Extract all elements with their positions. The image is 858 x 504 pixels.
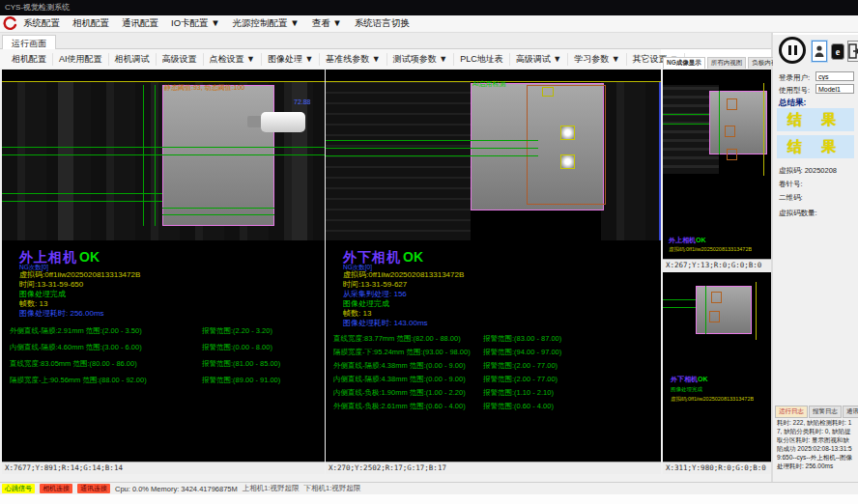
toolbar-item[interactable]: 高级设置 bbox=[157, 53, 204, 66]
probe-object bbox=[261, 112, 305, 132]
toolbar-item[interactable]: 学习参数 ▼ bbox=[568, 53, 626, 66]
measurement-list: 直线宽度:83.77mm 范围:(82.00 - 88.00) 报警范围:(83… bbox=[333, 334, 657, 415]
toolbar-item[interactable]: 相机配置 bbox=[6, 53, 53, 66]
log-tab[interactable]: 运行日志 bbox=[775, 406, 808, 418]
baseline-yellow-line bbox=[2, 81, 325, 82]
virtual-code-count-label: 虚拟码数量: bbox=[779, 209, 817, 218]
menu-item[interactable]: 系统配置 bbox=[23, 17, 60, 30]
toolbar-item[interactable]: PLC地址表 bbox=[454, 53, 510, 66]
measurement-alarm-range: 报警范围:(0.00 - 8.00) bbox=[202, 343, 272, 352]
menu-item[interactable]: 系统语言切换 bbox=[355, 17, 410, 30]
measure-line bbox=[2, 147, 325, 148]
menu-item[interactable]: 光源控制配置 ▼ bbox=[233, 17, 300, 30]
measurement-alarm-range: 报警范围:(2.00 - 77.00) bbox=[483, 375, 558, 384]
comm-connection-badge: 通讯连接 bbox=[77, 484, 110, 493]
detect-box bbox=[711, 292, 722, 303]
measurement-alarm-range: 报警范围:(2.00 - 77.00) bbox=[483, 361, 558, 371]
measure-line bbox=[326, 148, 538, 149]
led-spot bbox=[560, 126, 575, 140]
pause-button[interactable] bbox=[779, 37, 806, 64]
right-view-tab[interactable]: NG成像显示 bbox=[663, 57, 705, 69]
result-ok-flag: OK bbox=[403, 249, 423, 265]
camera-canvas-outer-upper[interactable]: 静态阈值:93, 动态阈值:100 72.88 外上相机OK NG次数[0] 虚… bbox=[2, 70, 325, 462]
pixel-coordinates: X:7677;Y:891;R:14;G:14;B:14 bbox=[5, 463, 123, 472]
barcode-line: 虚拟码:0ff1iiw2025020813313472B bbox=[19, 270, 140, 280]
measure-line bbox=[663, 114, 709, 115]
measurement-row: 外侧直线-隔膜:4.38mm 范围:(0.00 - 9.00) 报警范围:(2.… bbox=[333, 361, 657, 371]
menu-item[interactable]: 查看 ▼ bbox=[312, 17, 342, 30]
log-tab[interactable]: 报警日志 bbox=[809, 406, 842, 418]
small-canvas-top[interactable]: 外上相机OK 虚拟码:0ff1iiw2025020813313472B bbox=[663, 70, 771, 259]
camera-view-outer-upper: 静态阈值:93, 动态阈值:100 72.88 外上相机OK NG次数[0] 虚… bbox=[2, 70, 325, 474]
measurement-value: 内侧直线-隔膜:4.60mm 范围:(3.00 - 6.00) bbox=[10, 343, 202, 352]
toolbar-item[interactable]: 基准线参数 ▼ bbox=[320, 53, 386, 66]
toolbar-item[interactable]: 高级调试 ▼ bbox=[510, 53, 568, 66]
measurement-alarm-range: 报警范围:(94.00 - 97.00) bbox=[483, 348, 561, 357]
window-title: CYS-视觉检测系统 bbox=[5, 3, 70, 12]
measure-line bbox=[2, 193, 162, 194]
menu-item[interactable]: 相机配置 bbox=[72, 17, 109, 30]
heartbeat-status-badge: 心跳信号 bbox=[2, 484, 35, 493]
e-icon: e bbox=[836, 46, 840, 57]
measure-line bbox=[663, 124, 709, 125]
small-view-bottom: 外下相机OK 图像处理完成 虚拟码:0ff1iiw202502081331347… bbox=[663, 272, 771, 474]
menu-item[interactable]: 通讯配置 bbox=[122, 17, 158, 30]
toolbar-item[interactable]: 点检设置 ▼ bbox=[204, 53, 262, 66]
ai-enabled-overlay-text: AI启用检测 bbox=[472, 79, 506, 89]
menu-item[interactable]: IO卡配置 ▼ bbox=[171, 17, 220, 30]
detect-rectangle bbox=[527, 85, 606, 205]
exit-button[interactable] bbox=[847, 41, 858, 62]
measure-line bbox=[326, 155, 538, 156]
edge-marker-line bbox=[659, 82, 661, 240]
user-icon bbox=[815, 44, 824, 58]
toolbar-item[interactable]: AI使用配置 bbox=[53, 53, 109, 66]
measurement-row: 外侧直线-负极:2.61mm 范围:(0.60 - 4.00) 报警范围:(0.… bbox=[333, 402, 657, 411]
measurement-list: 外侧直线-隔膜:2.91mm 范围:(2.00 - 3.50) 报警范围:(2.… bbox=[10, 326, 321, 392]
edge-yellow-line bbox=[763, 83, 764, 176]
login-user-label: 登录用户: bbox=[779, 73, 810, 83]
measurement-row: 外侧直线-隔膜:2.91mm 范围:(2.00 - 3.50) 报警范围:(2.… bbox=[10, 326, 321, 336]
detect-box bbox=[727, 98, 737, 110]
login-user-input[interactable] bbox=[815, 71, 854, 81]
result-text: 结 果 bbox=[787, 111, 844, 129]
measurement-value: 外侧直线-负极:2.61mm 范围:(0.60 - 4.00) bbox=[333, 402, 483, 411]
result-ok-flag: OK bbox=[698, 376, 708, 382]
measurement-alarm-range: 报警范围:(81.00 - 85.00) bbox=[202, 359, 280, 369]
result-ok-flag: OK bbox=[79, 249, 100, 265]
tab-bar: 运行画面 bbox=[0, 33, 771, 49]
toolbar-item[interactable]: 测试项参数 ▼ bbox=[387, 53, 454, 66]
measurement-value: 内侧直线-隔膜:4.38mm 范围:(0.00 - 9.00) bbox=[333, 375, 483, 384]
time-line: 时间:13-31-59-650 bbox=[19, 280, 140, 290]
machine-image-strip bbox=[601, 82, 661, 240]
measure-line-vertical bbox=[705, 286, 706, 334]
measurement-row: 内侧直线-隔膜:4.38mm 范围:(0.00 - 9.00) 报警范围:(2.… bbox=[333, 375, 657, 384]
right-view-tab[interactable]: 所有内视图 bbox=[707, 57, 747, 69]
measure-line bbox=[326, 140, 538, 141]
toolbar-item[interactable]: 相机调试 bbox=[109, 53, 157, 66]
total-result-box-2: 结 果 bbox=[777, 135, 854, 158]
log-tab[interactable]: 通讯日志 bbox=[843, 406, 858, 418]
camera-connection-badge: 相机连接 bbox=[40, 484, 72, 493]
measurement-value: 隔膜宽度-上:90.56mm 范围:(88.00 - 92.00) bbox=[10, 376, 202, 385]
control-panel: e 登录用户: 使用型号: 总结果: 结 果 结 果 虚拟码: 20250208… bbox=[773, 35, 858, 482]
machine-image-strip bbox=[326, 82, 471, 240]
small-canvas-bottom[interactable]: 外下相机OK 图像处理完成 虚拟码:0ff1iiw202502081331347… bbox=[663, 272, 771, 462]
measurement-row: 隔膜宽度-上:90.56mm 范围:(88.00 - 92.00) 报警范围:(… bbox=[10, 376, 321, 385]
pixel-coordinates: X:267;Y:13;R:0;G:0;B:0 bbox=[666, 261, 761, 269]
user-login-button[interactable] bbox=[812, 41, 827, 62]
camera-canvas-outer-lower[interactable]: AI启用检测 外下相机OK NG次数[0] 虚拟码:0ff1iiw2025020… bbox=[326, 70, 661, 462]
detect-box bbox=[542, 87, 554, 97]
elapsed-line: 图像处理耗时: 256.00ms bbox=[19, 309, 140, 319]
measure-line bbox=[2, 154, 325, 155]
measurement-row: 直线宽度:83.77mm 范围:(82.00 - 88.00) 报警范围:(83… bbox=[333, 334, 657, 344]
camera-name: 外上相机 bbox=[19, 249, 77, 265]
toolbar-item[interactable]: 图像处理 ▼ bbox=[262, 53, 320, 66]
e-mark-button[interactable]: e bbox=[831, 43, 844, 60]
coordinate-bar-middle: X:270;Y:2502;R:17;G:17;B:17 bbox=[326, 462, 661, 474]
model-input[interactable] bbox=[815, 84, 854, 94]
machine-column bbox=[58, 82, 73, 240]
measurement-row: 内侧直线-负极:1.90mm 范围:(1.00 - 2.20) 报警范围:(1.… bbox=[333, 388, 657, 398]
measurement-alarm-range: 报警范围:(83.00 - 87.00) bbox=[483, 334, 561, 344]
mini-status-line: 图像处理完成 bbox=[671, 386, 702, 393]
measurement-alarm-range: 报警范围:(1.10 - 2.10) bbox=[483, 388, 554, 398]
